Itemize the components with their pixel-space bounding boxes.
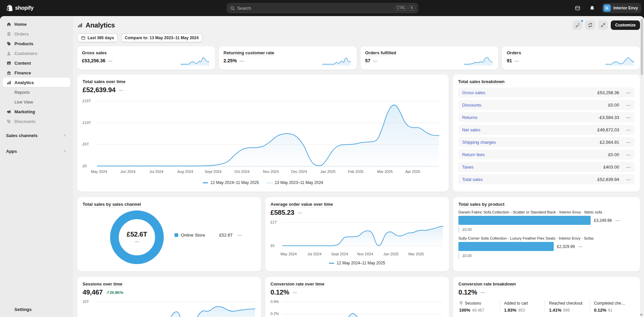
funnel-step-sessions: Sessions 100%49,467	[458, 300, 500, 313]
total-sales-line-chart[interactable]: £15T£10T£5T£0 May 2024Jun 2024Jul 2024Au…	[83, 97, 443, 188]
breakdown-link[interactable]: Net sales	[462, 127, 480, 132]
conversion-line-chart[interactable]: 0.4%0.2%	[270, 300, 444, 317]
conversion-breakdown-title[interactable]: Conversion rate breakdown	[458, 281, 516, 287]
sidebar-item-reports[interactable]: Reports	[3, 87, 70, 97]
sidebar-section-apps[interactable]: Apps	[3, 146, 70, 156]
product-sales-bar[interactable]	[458, 216, 591, 225]
magic-insights-button[interactable]	[573, 20, 583, 30]
channel-legend-label: Online Store	[181, 233, 205, 238]
scrollbar-down-arrow[interactable]	[640, 314, 643, 316]
funnel-step-count: 696	[563, 308, 570, 313]
search-input[interactable]: Search CTRL K	[227, 3, 418, 13]
sessions-title[interactable]: Sessions over time	[83, 281, 122, 287]
kpi-sparkline	[180, 56, 210, 67]
sidebar-item-settings[interactable]: Settings	[3, 305, 70, 314]
breakdown-row-taxes: Taxes £403.00 —	[458, 162, 635, 172]
breakdown-row-returns: Returns -£3,584.33 —	[458, 112, 635, 122]
notifications-bell-icon[interactable]	[587, 3, 597, 13]
sidebar-item-live-view[interactable]: Live View	[3, 97, 70, 107]
no-comparison-dash: —	[619, 152, 631, 157]
kpi-label[interactable]: Gross sales	[82, 50, 107, 55]
x-axis-tick: Feb 2025	[344, 170, 367, 174]
date-range-button[interactable]: Last 365 days	[77, 34, 118, 42]
x-axis-tick: Jul 2024	[145, 170, 168, 174]
store-menu[interactable]: IE Interior Envy	[602, 3, 641, 13]
sessions-value: 49,467	[83, 289, 103, 296]
aov-line-chart[interactable]: £1T£0 May 2024Jul 2024Sept 2024Nov 2024J…	[270, 220, 444, 270]
no-comparison-dash: —	[135, 239, 139, 244]
sidebar-item-label: Marketing	[14, 109, 35, 114]
breakdown-link[interactable]: Return fees	[462, 152, 485, 157]
sidebar-item-products[interactable]: Products	[3, 39, 70, 48]
sidebar-item-marketing[interactable]: Marketing	[3, 107, 70, 116]
product-row-darwin: Darwin Fabric Sofa Collection - Scatter …	[458, 210, 635, 233]
sessions-line-chart[interactable]: 10T	[83, 300, 256, 317]
finance-icon	[6, 70, 11, 75]
shopify-logo[interactable]: shopify	[6, 4, 34, 12]
breakdown-link[interactable]: Discounts	[462, 103, 481, 108]
sidebar-section-sales-channels[interactable]: Sales channels	[3, 131, 70, 140]
customize-button[interactable]: Customize	[611, 20, 640, 30]
breakdown-link[interactable]: Total sales	[462, 177, 483, 182]
average-order-value-card: Average order value over time £585.23 — …	[265, 197, 449, 271]
sidebar-item-content[interactable]: Content	[3, 58, 70, 68]
channel-donut-chart[interactable]: £52.6T —	[108, 209, 165, 266]
total-sales-chart-title[interactable]: Total sales over time	[83, 79, 126, 84]
breakdown-title[interactable]: Total sales breakdown	[458, 79, 504, 84]
breakdown-value: £52,639.94	[597, 177, 619, 182]
x-axis-tick: Sept 2024	[201, 170, 225, 174]
kpi-sparkline	[605, 56, 635, 67]
x-axis-tick: Nov 2024	[354, 252, 376, 256]
kpi-label[interactable]: Orders fulfilled	[365, 50, 396, 55]
legend-previous: 13 May 2023–11 May 2024	[266, 180, 324, 185]
kpi-value: 91	[507, 58, 512, 63]
breakdown-link[interactable]: Returns	[462, 115, 478, 120]
no-comparison-dash: —	[298, 210, 302, 215]
sidebar-item-label: Content	[14, 61, 31, 66]
breakdown-value: £2,564.91	[600, 140, 619, 145]
breakdown-row-gross-sales: Gross sales £53,256.36 —	[458, 87, 635, 98]
aov-chart-svg	[270, 220, 444, 251]
no-comparison-dash: —	[615, 218, 620, 223]
shopify-wordmark: shopify	[15, 5, 34, 11]
conversion-breakdown-card: Conversion rate breakdown 0.12% — Sessio…	[453, 277, 640, 317]
kpi-label[interactable]: Orders	[507, 50, 521, 55]
sidebar-item-orders[interactable]: Orders	[3, 29, 70, 39]
sidebar-item-finance[interactable]: Finance	[3, 68, 70, 77]
compare-range-button[interactable]: Compare to: 13 May 2023–11 May 2024	[121, 34, 202, 42]
sidebar: HomeOrdersProductsCustomersContentFinanc…	[0, 16, 73, 317]
no-comparison-dash: —	[619, 103, 631, 108]
sidebar-item-label: Home	[14, 22, 27, 27]
refresh-button[interactable]	[585, 20, 595, 30]
scrollbar-thumb[interactable]	[641, 19, 643, 75]
breakdown-link[interactable]: Taxes	[462, 165, 474, 170]
product-row-sully: Sully Corner Sofa Collection - Luxury Fe…	[458, 236, 635, 259]
chart-legend: 12 May 2024–11 May 2025 13 May 2023–11 M…	[83, 180, 443, 185]
breakdown-link[interactable]: Shipping charges	[462, 140, 496, 145]
sales-by-channel-title[interactable]: Total sales by sales channel	[83, 202, 141, 207]
product-sales-bar[interactable]	[458, 242, 554, 251]
solid-line-marker	[203, 182, 208, 183]
no-comparison-dash: —	[373, 58, 378, 63]
chart-legend: 12 May 2024–11 May 2025	[270, 261, 444, 265]
section-label: Sales channels	[6, 133, 38, 138]
aov-value: £585.23	[270, 209, 294, 216]
sidebar-item-analytics[interactable]: Analytics	[3, 78, 70, 87]
sales-by-product-title[interactable]: Total sales by product	[458, 202, 504, 207]
sessions-over-time-card: Sessions over time 49,467 ↗ 25.9K% 10T	[77, 277, 261, 317]
search-placeholder: Search	[237, 6, 393, 11]
app-frame: HomeOrdersProductsCustomersContentFinanc…	[0, 16, 644, 317]
sidebar-item-customers[interactable]: Customers	[3, 49, 70, 58]
kpi-card-orders-fulfilled: Orders fulfilled 57 —	[360, 46, 498, 70]
section-label: Apps	[6, 149, 17, 154]
kpi-label[interactable]: Returning customer rate	[224, 50, 274, 55]
increase-arrow-icon: ↗	[106, 290, 109, 295]
sidekick-assistant-icon[interactable]	[573, 3, 583, 13]
sidebar-item-home[interactable]: Home	[3, 19, 70, 29]
sidebar-item-discounts[interactable]: Discounts	[3, 117, 70, 126]
expand-fullscreen-button[interactable]	[598, 20, 608, 30]
product-sales-value: £2,329.99	[557, 244, 575, 249]
breakdown-link[interactable]: Gross sales	[462, 90, 485, 95]
aov-title[interactable]: Average order value over time	[270, 202, 333, 207]
conversion-title[interactable]: Conversion rate over time	[270, 281, 324, 287]
